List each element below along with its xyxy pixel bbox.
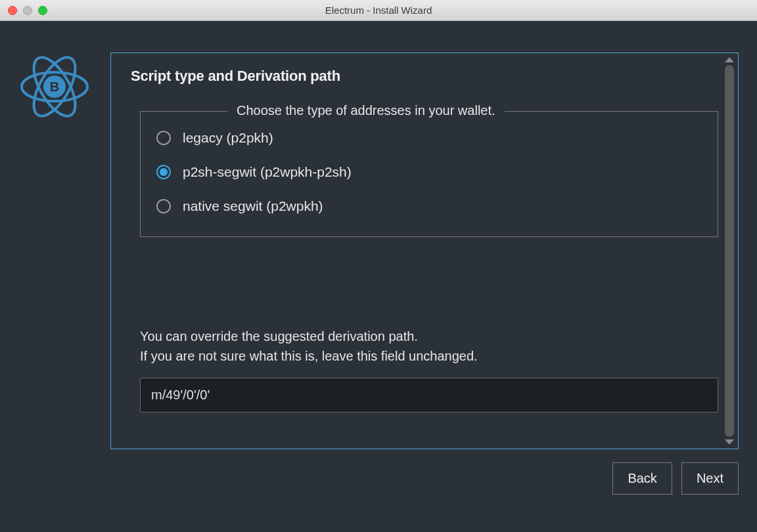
next-button[interactable]: Next [681, 462, 739, 495]
window-title: Electrum - Install Wizard [325, 5, 432, 16]
scrollbar[interactable] [722, 55, 737, 447]
radio-icon [156, 131, 171, 145]
derivation-path-input[interactable] [140, 378, 718, 412]
radio-option-p2sh-segwit[interactable]: p2sh-segwit (p2wpkh-p2sh) [156, 155, 702, 189]
main-row: B Script type and Derivation path Choose… [18, 53, 739, 449]
traffic-lights [8, 6, 47, 15]
content-panel: Script type and Derivation path Choose t… [110, 53, 739, 449]
window-minimize-button[interactable] [23, 6, 32, 15]
window-close-button[interactable] [8, 6, 17, 15]
radio-option-native-segwit[interactable]: native segwit (p2wpkh) [156, 189, 702, 223]
radio-icon [156, 199, 171, 213]
back-button[interactable]: Back [612, 462, 672, 495]
fieldset-legend: Choose the type of addresses in your wal… [227, 103, 505, 118]
help-text: You can override the suggested derivatio… [140, 326, 718, 366]
panel-heading: Script type and Derivation path [131, 68, 718, 85]
electrum-logo-icon: B [18, 54, 91, 120]
help-line-1: You can override the suggested derivatio… [140, 326, 718, 346]
radio-label: native segwit (p2wpkh) [183, 198, 323, 214]
radio-label: p2sh-segwit (p2wpkh-p2sh) [183, 164, 352, 180]
radio-icon [156, 165, 171, 179]
help-line-2: If you are not sure what this is, leave … [140, 346, 718, 366]
window-maximize-button[interactable] [38, 6, 47, 15]
scroll-thumb[interactable] [725, 65, 734, 437]
scroll-down-icon[interactable] [725, 439, 734, 445]
window-body: B Script type and Derivation path Choose… [0, 21, 757, 532]
button-row: Back Next [18, 462, 739, 495]
logo-column: B [18, 53, 91, 449]
radio-label: legacy (p2pkh) [183, 130, 273, 146]
radio-option-legacy[interactable]: legacy (p2pkh) [156, 121, 702, 155]
titlebar: Electrum - Install Wizard [0, 0, 757, 21]
address-type-fieldset: Choose the type of addresses in your wal… [140, 111, 718, 237]
svg-text:B: B [50, 79, 59, 94]
scroll-up-icon[interactable] [725, 57, 734, 62]
